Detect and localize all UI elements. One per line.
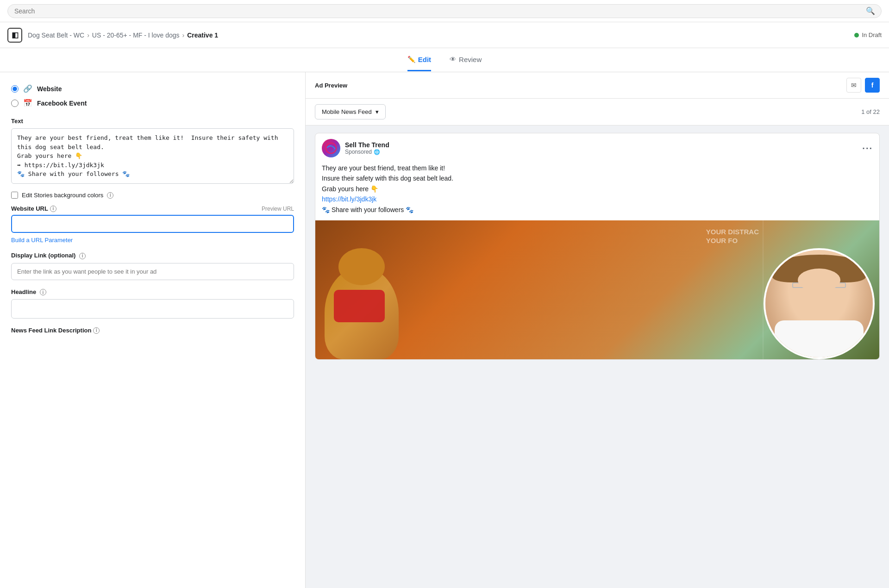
tabs-bar: ✏️ Edit 👁 Review [0, 48, 889, 72]
more-options-button[interactable]: ··· [862, 143, 873, 154]
ad-text-line-2: Insure their safety with this dog seat b… [322, 173, 873, 183]
ad-text-line-1: They are your best friend, treat them li… [322, 163, 873, 173]
brand-avatar [322, 139, 340, 157]
search-icon: 🔍 [866, 6, 875, 15]
brand-logo-icon [325, 142, 338, 155]
ad-text-line-link: https://bit.ly/3jdk3jk [322, 194, 873, 204]
ad-preview-actions: ✉ f [846, 78, 880, 93]
destination-radio-group: 🔗 Website 📅 Facebook Event [11, 81, 294, 110]
globe-icon: 🌐 [374, 149, 380, 155]
placement-chevron-icon: ▾ [376, 108, 379, 115]
main-layout: 🔗 Website 📅 Facebook Event Text They are… [0, 72, 889, 588]
facebook-event-icon: 📅 [23, 99, 32, 107]
person-overlay [764, 248, 875, 359]
breadcrumb: Dog Seat Belt - WC › US - 20-65+ - MF - … [28, 31, 218, 39]
edit-stories-info-icon[interactable]: i [107, 192, 113, 199]
search-wrapper: 🔍 [7, 4, 882, 18]
draft-dot-icon [854, 33, 859, 38]
draft-status-label: In Draft [862, 31, 882, 38]
ad-text-line-4: 🐾 Share with your followers 🐾 [322, 205, 873, 215]
dog-figure [325, 239, 408, 359]
right-panel: Ad Preview ✉ f Mobile News Feed ▾ 1 of 2… [306, 72, 889, 588]
display-link-info-icon[interactable]: i [79, 253, 86, 259]
text-section-label: Text [11, 118, 294, 125]
radio-website[interactable]: 🔗 Website [11, 81, 294, 96]
news-feed-desc-row: News Feed Link Description i [11, 327, 294, 334]
facebook-preview-btn[interactable]: f [865, 78, 880, 93]
tab-review-label: Review [459, 56, 482, 63]
placement-count: 1 of 22 [861, 108, 880, 115]
website-link-icon: 🔗 [23, 84, 32, 93]
brand-name: Sell The Trend [345, 141, 858, 149]
ad-body-text: They are your best friend, treat them li… [315, 163, 879, 220]
headline-input[interactable] [11, 299, 294, 319]
draft-badge: In Draft [854, 31, 882, 38]
ad-card: Sell The Trend Sponsored 🌐 ··· They are … [315, 133, 880, 360]
tab-edit[interactable]: ✏️ Edit [407, 49, 431, 71]
brand-info: Sell The Trend Sponsored 🌐 [345, 141, 858, 155]
image-overlay-text: YOUR DISTRAC YOUR FO [706, 227, 759, 245]
search-input[interactable] [7, 4, 882, 18]
placement-dropdown[interactable]: Mobile News Feed ▾ [315, 104, 386, 119]
breadcrumb-bar: ◧ Dog Seat Belt - WC › US - 20-65+ - MF … [0, 22, 889, 48]
tab-edit-label: Edit [418, 56, 431, 63]
edit-pencil-icon: ✏️ [407, 56, 415, 63]
url-header: Website URL i Preview URL [11, 205, 294, 212]
breadcrumb-item-1[interactable]: Dog Seat Belt - WC [28, 31, 84, 39]
fb-logo-icon: ◧ [7, 28, 22, 43]
edit-stories-checkbox[interactable] [11, 192, 18, 199]
sponsored-label: Sponsored [345, 149, 372, 155]
share-icon-btn[interactable]: ✉ [846, 78, 861, 93]
ad-preview-title: Ad Preview [315, 82, 347, 89]
radio-website-label: Website [37, 85, 62, 93]
tab-review[interactable]: 👁 Review [450, 49, 482, 71]
breadcrumb-item-3[interactable]: Creative 1 [187, 31, 218, 39]
radio-facebook-event[interactable]: 📅 Facebook Event [11, 96, 294, 110]
ad-preview-header: Ad Preview ✉ f [306, 72, 889, 99]
headline-info-icon[interactable]: i [40, 289, 46, 295]
radio-facebook-event-input[interactable] [11, 100, 19, 107]
display-link-section: Display Link (optional) i [11, 252, 294, 280]
search-bar: 🔍 [0, 0, 889, 22]
display-link-label: Display Link (optional) i [11, 252, 294, 259]
person-skin [798, 269, 841, 292]
breadcrumb-item-2[interactable]: US - 20-65+ - MF - I love dogs [92, 31, 180, 39]
edit-stories-label: Edit Stories background colors [22, 192, 103, 199]
edit-stories-row: Edit Stories background colors i [11, 192, 294, 199]
text-section: Text They are your best friend, treat th… [11, 118, 294, 185]
breadcrumb-sep-1: › [87, 31, 89, 39]
ad-text-line-3: Grab yours here 👇 [322, 184, 873, 194]
display-link-input[interactable] [11, 263, 294, 280]
headline-section: Headline i [11, 288, 294, 319]
text-textarea[interactable]: They are your best friend, treat them li… [11, 128, 294, 184]
preview-url-link[interactable]: Preview URL [262, 206, 294, 212]
review-eye-icon: 👁 [450, 56, 456, 63]
person-body [775, 320, 864, 357]
ad-link[interactable]: https://bit.ly/3jdk3jk [322, 195, 376, 203]
ad-card-header: Sell The Trend Sponsored 🌐 ··· [315, 133, 879, 163]
placement-label: Mobile News Feed [322, 108, 372, 115]
ad-image-container: YOUR DISTRAC YOUR FO [315, 220, 879, 359]
build-url-link[interactable]: Build a URL Parameter [11, 237, 73, 244]
radio-website-input[interactable] [11, 85, 19, 93]
website-url-section: Website URL i Preview URL Build a URL Pa… [11, 205, 294, 244]
placement-bar: Mobile News Feed ▾ 1 of 22 [306, 99, 889, 125]
brand-sub: Sponsored 🌐 [345, 149, 858, 155]
person-face [765, 250, 873, 357]
news-feed-desc-info-icon[interactable]: i [93, 327, 100, 334]
left-panel: 🔗 Website 📅 Facebook Event Text They are… [0, 72, 306, 588]
url-label: Website URL i [11, 205, 56, 212]
radio-facebook-event-label: Facebook Event [37, 100, 87, 107]
headline-label: Headline i [11, 288, 294, 296]
website-url-input[interactable] [11, 215, 294, 233]
breadcrumb-sep-2: › [182, 31, 185, 39]
website-url-info-icon[interactable]: i [50, 206, 56, 212]
